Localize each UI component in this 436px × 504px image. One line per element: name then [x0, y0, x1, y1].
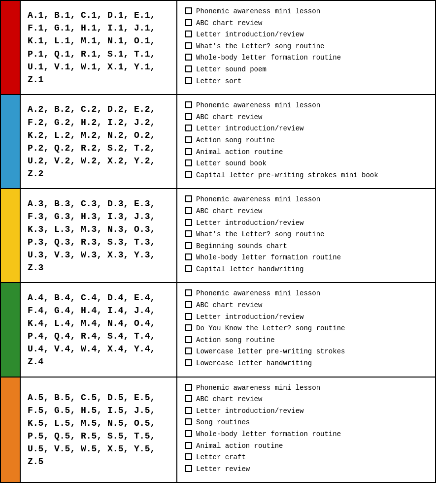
- table-row: A.4, B.4, C.4, D.4, E.4, F.4, G.4, H.4, …: [1, 283, 435, 377]
- checkbox[interactable]: [185, 148, 192, 155]
- checkbox[interactable]: [185, 7, 192, 14]
- checklist-item-label: Capital letter handwriting: [196, 265, 303, 275]
- checklist-item-label: What's the Letter? song routine: [196, 42, 324, 52]
- checklist-item-label: Phonemic awareness mini lesson: [196, 195, 320, 205]
- checkbox[interactable]: [185, 407, 192, 414]
- checklist-item-label: Action song routine: [196, 136, 275, 146]
- checkbox[interactable]: [185, 31, 192, 37]
- table-row: A.5, B.5, C.5, D.5, E.5, F.5, G.5, H.5, …: [1, 378, 435, 482]
- checkbox[interactable]: [185, 113, 192, 120]
- checkbox[interactable]: [185, 136, 192, 143]
- checklist-item: Song routines: [185, 418, 427, 428]
- checklist-item: ABC chart review: [185, 113, 427, 123]
- checklist-item-label: Letter introduction/review: [196, 219, 303, 228]
- yellow-bar: [1, 189, 20, 282]
- checklist-item-label: ABC chart review: [196, 395, 262, 405]
- checklist-item-label: Letter sort: [196, 77, 241, 87]
- checkbox[interactable]: [185, 171, 192, 178]
- checklist-item: Letter sound poem: [185, 65, 427, 75]
- checkbox[interactable]: [185, 430, 192, 437]
- orange-bar: [1, 378, 20, 482]
- checklist-item: Letter craft: [185, 453, 427, 463]
- checklist-item-label: Whole-body letter formation routine: [196, 53, 341, 63]
- checkbox[interactable]: [185, 384, 192, 391]
- checkbox[interactable]: [185, 125, 192, 131]
- checkbox[interactable]: [185, 301, 192, 308]
- checklist-item: Whole-body letter formation routine: [185, 253, 427, 263]
- checklist-item: Letter introduction/review: [185, 219, 427, 228]
- checkbox[interactable]: [185, 230, 192, 237]
- checklist-item: ABC chart review: [185, 207, 427, 217]
- checkbox[interactable]: [185, 265, 192, 272]
- checklist-item: Letter introduction/review: [185, 313, 427, 322]
- checklist-item-label: ABC chart review: [196, 207, 262, 217]
- checkbox[interactable]: [185, 336, 192, 343]
- checklist-item-label: ABC chart review: [196, 113, 262, 123]
- checklist-item: What's the Letter? song routine: [185, 230, 427, 240]
- checklist-item: Letter review: [185, 465, 427, 474]
- checklist-item: Capital letter handwriting: [185, 265, 427, 275]
- checklist-item: ABC chart review: [185, 395, 427, 405]
- checklist-item: Lowercase letter pre-writing strokes: [185, 347, 427, 357]
- checklist-item: Letter introduction/review: [185, 30, 427, 40]
- checklist-item-label: Letter introduction/review: [196, 407, 303, 416]
- checklist-item: Phonemic awareness mini lesson: [185, 101, 427, 111]
- checklist-item: Action song routine: [185, 336, 427, 346]
- checklist-item-label: Action song routine: [196, 336, 275, 346]
- checklist-item-label: Letter sound poem: [196, 65, 267, 75]
- checkbox[interactable]: [185, 242, 192, 249]
- checklist-item-label: Animal action routine: [196, 441, 283, 451]
- checklist-item-label: Beginning sounds chart: [196, 242, 287, 252]
- checkbox[interactable]: [185, 453, 192, 460]
- checklist-item: ABC chart review: [185, 19, 427, 29]
- checkbox[interactable]: [185, 42, 192, 49]
- checklist-item: What's the Letter? song routine: [185, 42, 427, 52]
- checkbox[interactable]: [185, 65, 192, 72]
- checkbox[interactable]: [185, 395, 192, 402]
- checkbox[interactable]: [185, 195, 192, 202]
- checklist-item-label: Letter craft: [196, 453, 246, 463]
- checkbox[interactable]: [185, 289, 192, 296]
- checklist-item-label: Phonemic awareness mini lesson: [196, 101, 320, 111]
- checklist-item-label: Lowercase letter pre-writing strokes: [196, 347, 345, 357]
- checkbox[interactable]: [185, 101, 192, 108]
- checkbox[interactable]: [185, 159, 192, 166]
- checklist-item: Action song routine: [185, 136, 427, 146]
- checklist-item-label: Lowercase letter handwriting: [196, 359, 312, 369]
- checklist-item: Whole-body letter formation routine: [185, 430, 427, 440]
- checklist-item: Phonemic awareness mini lesson: [185, 7, 427, 17]
- checklist-item: Capital letter pre-writing strokes mini …: [185, 171, 427, 181]
- checkbox[interactable]: [185, 207, 192, 214]
- checklist-cell: Phonemic awareness mini lessonABC chart …: [177, 283, 435, 376]
- checkbox[interactable]: [185, 253, 192, 260]
- checkbox[interactable]: [185, 77, 192, 84]
- checkbox[interactable]: [185, 324, 192, 331]
- checklist-item: Letter introduction/review: [185, 407, 427, 416]
- checklist-cell: Phonemic awareness mini lessonABC chart …: [177, 378, 435, 482]
- checklist-item-label: Animal action routine: [196, 148, 283, 158]
- checkbox[interactable]: [185, 359, 192, 366]
- checkbox[interactable]: [185, 19, 192, 26]
- letter-cell: A.1, B.1, C.1, D.1, E.1, F.1, G.1, H.1, …: [20, 1, 177, 94]
- red-bar: [1, 1, 20, 94]
- checkbox[interactable]: [185, 219, 192, 226]
- checkbox[interactable]: [185, 54, 192, 61]
- checkbox[interactable]: [185, 418, 192, 425]
- checkbox[interactable]: [185, 347, 192, 354]
- checkbox[interactable]: [185, 465, 192, 472]
- checkbox[interactable]: [185, 442, 192, 449]
- checklist-cell: Phonemic awareness mini lessonABC chart …: [177, 95, 435, 188]
- checkbox[interactable]: [185, 313, 192, 320]
- checklist-cell: Phonemic awareness mini lessonABC chart …: [177, 1, 435, 94]
- main-table: A.1, B.1, C.1, D.1, E.1, F.1, G.1, H.1, …: [0, 0, 436, 483]
- checklist-item: Beginning sounds chart: [185, 242, 427, 252]
- checklist-item-label: Letter sound book: [196, 159, 267, 169]
- green-bar: [1, 283, 20, 376]
- checklist-item-label: Song routines: [196, 418, 250, 428]
- letter-list: A.3, B.3, C.3, D.3, E.3, F.3, G.3, H.3, …: [28, 197, 169, 275]
- checklist-item: Letter sound book: [185, 159, 427, 169]
- letter-cell: A.5, B.5, C.5, D.5, E.5, F.5, G.5, H.5, …: [20, 378, 177, 482]
- checklist-item-label: Letter introduction/review: [196, 124, 303, 134]
- checklist-item-label: ABC chart review: [196, 19, 262, 29]
- checklist-item-label: Phonemic awareness mini lesson: [196, 289, 320, 299]
